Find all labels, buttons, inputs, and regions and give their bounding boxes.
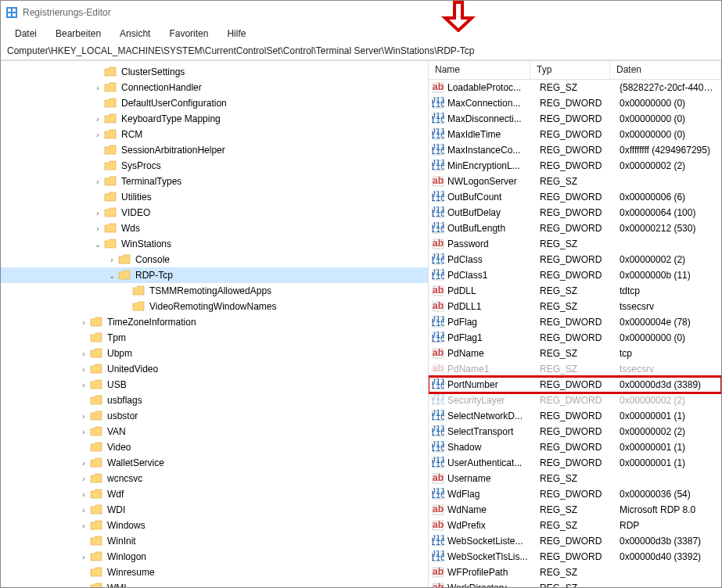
header-data[interactable]: Daten: [610, 61, 721, 79]
tree-item-wmi[interactable]: ›WMI: [1, 580, 428, 587]
tree-item-connectionhandler[interactable]: ›ConnectionHandler: [1, 80, 428, 95]
expand-toggle-icon[interactable]: ›: [77, 412, 90, 421]
tree-item-wdf[interactable]: ›Wdf: [1, 486, 428, 502]
expand-toggle-icon[interactable]: ›: [77, 490, 90, 499]
tree-item-van[interactable]: ›VAN: [1, 424, 428, 439]
expand-toggle-icon[interactable]: ⌄: [92, 240, 104, 249]
expand-toggle-icon[interactable]: ›: [77, 553, 90, 561]
value-row[interactable]: 011110WebSocketTlsLis...REG_DWORD0x00000…: [429, 549, 721, 565]
value-row[interactable]: 011110OutBufLengthREG_DWORD0x00000212 (5…: [429, 220, 721, 236]
tree-item-timezoneinformation[interactable]: ›TimeZoneInformation: [1, 314, 428, 330]
tree-item-usbstor[interactable]: ›usbstor: [1, 408, 428, 424]
expand-toggle-icon[interactable]: ›: [92, 84, 104, 92]
value-row[interactable]: abPasswordREG_SZ: [429, 236, 721, 252]
value-row[interactable]: abUsernameREG_SZ: [429, 471, 721, 486]
value-row[interactable]: 011110PdFlagREG_DWORD0x0000004e (78): [429, 314, 721, 330]
tree-item-windows[interactable]: ›Windows: [1, 518, 428, 533]
tree-item-sessionarbitrationhelper[interactable]: SessionArbitrationHelper: [1, 142, 428, 158]
tree-item-video[interactable]: ›VIDEO: [1, 205, 428, 220]
value-row[interactable]: 011110MaxIdleTimeREG_DWORD0x00000000 (0): [429, 127, 721, 142]
value-row[interactable]: 011110WdFlagREG_DWORD0x00000036 (54): [429, 486, 721, 502]
expand-toggle-icon[interactable]: ›: [77, 475, 90, 483]
tree-item-rdp-tcp[interactable]: ⌄RDP-Tcp: [1, 267, 428, 283]
address-bar[interactable]: Computer\HKEY_LOCAL_MACHINE\SYSTEM\Curre…: [1, 43, 721, 60]
menu-file[interactable]: Datei: [7, 27, 45, 41]
value-row[interactable]: 011110PdFlag1REG_DWORD0x00000000 (0): [429, 330, 721, 346]
value-row[interactable]: 011110MaxInstanceCo...REG_DWORD0xfffffff…: [429, 142, 721, 158]
expand-toggle-icon[interactable]: ›: [92, 115, 104, 124]
tree-item-usb[interactable]: ›USB: [1, 377, 428, 393]
value-row[interactable]: abNWLogonServerREG_SZ: [429, 174, 721, 189]
value-row[interactable]: 011110OutBufDelayREG_DWORD0x00000064 (10…: [429, 205, 721, 220]
tree-item-terminaltypes[interactable]: ›TerminalTypes: [1, 174, 428, 189]
expand-toggle-icon[interactable]: ›: [77, 318, 90, 327]
value-row[interactable]: 011110SelectTransportREG_DWORD0x00000002…: [429, 424, 721, 439]
tree-item-clustersettings[interactable]: ClusterSettings: [1, 64, 428, 80]
tree-item-utilities[interactable]: Utilities: [1, 189, 428, 205]
expand-toggle-icon[interactable]: ›: [92, 131, 104, 139]
value-row[interactable]: abPdDLL1REG_SZtssecsrv: [429, 299, 721, 314]
value-row[interactable]: abWdNameREG_SZMicrosoft RDP 8.0: [429, 502, 721, 518]
tree-item-walletservice[interactable]: ›WalletService: [1, 455, 428, 471]
value-row[interactable]: abWFProfilePathREG_SZ: [429, 565, 721, 580]
menu-help[interactable]: Hilfe: [219, 27, 253, 41]
tree-item-wds[interactable]: ›Wds: [1, 220, 428, 236]
expand-toggle-icon[interactable]: ›: [77, 350, 90, 358]
tree-item-wdi[interactable]: ›WDI: [1, 502, 428, 518]
header-name[interactable]: Name: [429, 61, 530, 79]
menu-view[interactable]: Ansicht: [112, 27, 158, 41]
key-tree[interactable]: ClusterSettings›ConnectionHandlerDefault…: [1, 61, 429, 587]
tree-item-winstations[interactable]: ⌄WinStations: [1, 236, 428, 252]
expand-toggle-icon[interactable]: ›: [77, 428, 90, 436]
tree-item-wcncsvc[interactable]: ›wcncsvc: [1, 471, 428, 486]
value-row[interactable]: 011110WebSocketListe...REG_DWORD0x00000d…: [429, 533, 721, 549]
tree-item-tpm[interactable]: Tpm: [1, 330, 428, 346]
value-row[interactable]: 011110SecurityLayerREG_DWORD0x00000002 (…: [429, 393, 721, 408]
expand-toggle-icon[interactable]: ›: [77, 584, 90, 588]
value-row[interactable]: abPdDLLREG_SZtdtcp: [429, 283, 721, 299]
tree-item-sysprocs[interactable]: SysProcs: [1, 158, 428, 174]
value-row[interactable]: 011110PortNumberREG_DWORD0x00000d3d (338…: [429, 377, 721, 393]
tree-item-videoremotingwindownames[interactable]: VideoRemotingWindowNames: [1, 299, 428, 314]
menu-edit[interactable]: Bearbeiten: [48, 27, 109, 41]
menu-favorites[interactable]: Favoriten: [161, 27, 216, 41]
value-row[interactable]: abPdNameREG_SZtcp: [429, 346, 721, 361]
tree-item-ubpm[interactable]: ›Ubpm: [1, 346, 428, 361]
expand-toggle-icon[interactable]: ›: [106, 256, 118, 264]
tree-item-winresume[interactable]: Winresume: [1, 565, 428, 580]
tree-item-wininit[interactable]: WinInit: [1, 533, 428, 549]
tree-item-tsmmremotingallowedapps[interactable]: TSMMRemotingAllowedApps: [1, 283, 428, 299]
value-row[interactable]: 011110ShadowREG_DWORD0x00000001 (1): [429, 439, 721, 455]
tree-item-defaultuserconfiguration[interactable]: DefaultUserConfiguration: [1, 95, 428, 111]
expand-toggle-icon[interactable]: ›: [92, 209, 104, 217]
tree-item-rcm[interactable]: ›RCM: [1, 127, 428, 142]
value-list[interactable]: Name Typ Daten abLoadableProtoc...REG_SZ…: [429, 61, 721, 587]
expand-toggle-icon[interactable]: ›: [92, 177, 104, 186]
expand-toggle-icon[interactable]: ›: [92, 224, 104, 233]
tree-item-usbflags[interactable]: usbflags: [1, 393, 428, 408]
expand-toggle-icon[interactable]: ›: [77, 522, 90, 530]
header-type[interactable]: Typ: [530, 61, 610, 79]
value-row[interactable]: abWorkDirectoryREG_SZ: [429, 580, 721, 587]
expand-toggle-icon[interactable]: ⌄: [106, 271, 118, 280]
value-row[interactable]: 011110MinEncryptionL...REG_DWORD0x000000…: [429, 158, 721, 174]
value-row[interactable]: 011110UserAuthenticat...REG_DWORD0x00000…: [429, 455, 721, 471]
value-row[interactable]: 011110MaxConnection...REG_DWORD0x0000000…: [429, 95, 721, 111]
value-row[interactable]: 011110SelectNetworkD...REG_DWORD0x000000…: [429, 408, 721, 424]
value-row[interactable]: 011110MaxDisconnecti...REG_DWORD0x000000…: [429, 111, 721, 127]
value-row[interactable]: 011110PdClass1REG_DWORD0x0000000b (11): [429, 267, 721, 283]
value-row[interactable]: 011110OutBufCountREG_DWORD0x00000006 (6): [429, 189, 721, 205]
tree-item-unitedvideo[interactable]: ›UnitedVideo: [1, 361, 428, 377]
tree-item-keyboardtype-mapping[interactable]: ›KeyboardType Mapping: [1, 111, 428, 127]
value-row[interactable]: abPdName1REG_SZtssecsrv: [429, 361, 721, 377]
expand-toggle-icon[interactable]: ›: [77, 459, 90, 468]
tree-item-video[interactable]: Video: [1, 439, 428, 455]
expand-toggle-icon[interactable]: ›: [77, 381, 90, 389]
value-row[interactable]: abWdPrefixREG_SZRDP: [429, 518, 721, 533]
tree-item-winlogon[interactable]: ›Winlogon: [1, 549, 428, 565]
expand-toggle-icon[interactable]: ›: [77, 365, 90, 374]
value-row[interactable]: 011110PdClassREG_DWORD0x00000002 (2): [429, 252, 721, 267]
value-row[interactable]: abLoadableProtoc...REG_SZ{5828227c-20cf-…: [429, 80, 721, 95]
expand-toggle-icon[interactable]: ›: [77, 506, 90, 514]
tree-item-console[interactable]: ›Console: [1, 252, 428, 267]
